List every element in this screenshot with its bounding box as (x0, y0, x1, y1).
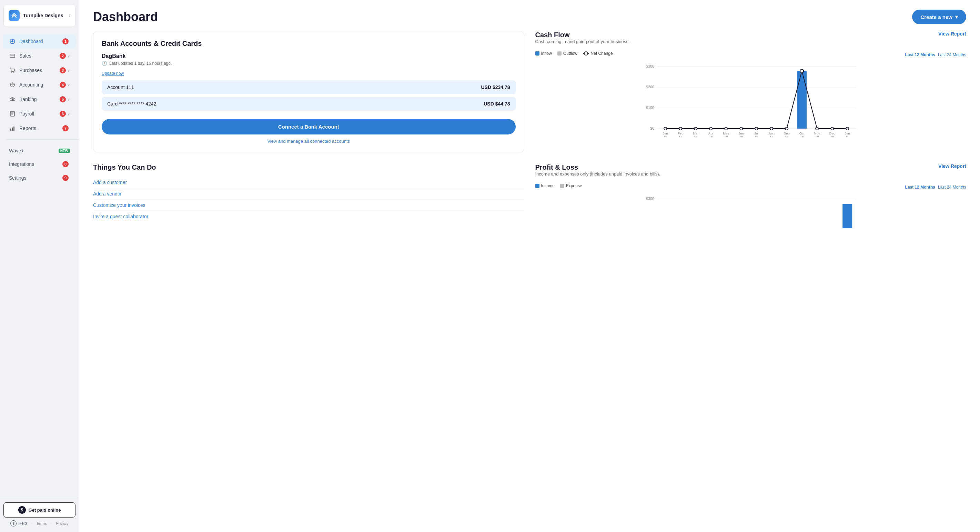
sidebar-item-sales[interactable]: Sales 2 ∨ (3, 49, 76, 63)
svg-rect-16 (13, 99, 14, 101)
connect-bank-button[interactable]: Connect a Bank Account (102, 119, 516, 134)
cash-flow-24m-toggle[interactable]: Last 24 Months (938, 53, 966, 57)
svg-point-48 (694, 127, 697, 130)
cash-flow-time-toggles: Last 12 Months Last 24 Months (905, 53, 966, 57)
account-1-amount: USD $44.78 (484, 101, 510, 107)
purchases-badge: 3 (60, 67, 66, 73)
sidebar-item-banking[interactable]: Banking 5 ∨ (3, 92, 76, 106)
settings-label: Settings (9, 175, 62, 181)
invite-collaborator-link[interactable]: Invite a guest collaborator (93, 211, 524, 222)
pl-12m-toggle[interactable]: Last 12 Months (905, 185, 935, 190)
svg-text:18: 18 (769, 135, 773, 137)
sidebar-item-accounting[interactable]: Accounting 4 ∨ (3, 78, 76, 92)
expense-label: Expense (566, 183, 582, 188)
cash-flow-header: Cash Flow Cash coming in and going out o… (535, 31, 967, 48)
add-vendor-link[interactable]: Add a vendor (93, 188, 524, 200)
sidebar-item-purchases[interactable]: Purchases 3 ∨ (3, 64, 76, 77)
sidebar-item-reports[interactable]: Reports 7 (3, 121, 76, 135)
company-selector[interactable]: Turnpike Designs › (3, 4, 75, 27)
legend-income: Income (535, 183, 555, 188)
svg-point-52 (755, 127, 758, 130)
reports-icon (9, 125, 16, 132)
svg-text:18: 18 (815, 135, 819, 137)
profit-loss-chart-svg: $300 (535, 194, 967, 228)
svg-rect-24 (13, 127, 14, 131)
svg-point-49 (710, 127, 712, 130)
sidebar-item-payroll[interactable]: Payroll 6 ∨ (3, 107, 76, 121)
help-label: Help (18, 521, 27, 526)
sales-label: Sales (19, 53, 60, 59)
account-0-amount: USD $234.78 (481, 84, 510, 90)
profit-loss-time-toggles: Last 12 Months Last 24 Months (905, 185, 966, 190)
account-row-1: Card **** **** **** 4242 USD $44.78 (102, 97, 516, 111)
svg-rect-42 (797, 71, 807, 129)
svg-rect-15 (12, 99, 13, 101)
profit-loss-chart-area: $300 (535, 194, 967, 229)
create-btn-chevron-icon: ▾ (955, 14, 958, 20)
profit-loss-view-report-link[interactable]: View Report (938, 163, 966, 169)
purchases-label: Purchases (19, 68, 60, 73)
profit-loss-section: Profit & Loss Income and expenses only (… (535, 163, 967, 229)
accounting-chevron-icon: ∨ (67, 83, 70, 87)
get-paid-button[interactable]: $ Get paid online (3, 502, 75, 518)
sales-icon (9, 53, 16, 59)
create-new-button[interactable]: Create a new ▾ (912, 10, 966, 24)
svg-rect-14 (11, 99, 11, 101)
svg-text:18: 18 (830, 135, 834, 137)
company-chevron-icon: › (69, 13, 70, 18)
view-accounts-link[interactable]: View and manage all connected accounts (102, 139, 516, 144)
help-button[interactable]: ? Help (10, 520, 27, 527)
profit-loss-title: Profit & Loss (535, 163, 660, 171)
cash-flow-title-group: Cash Flow Cash coming in and going out o… (535, 31, 630, 48)
privacy-link[interactable]: Privacy (56, 521, 68, 526)
sidebar-item-integrations[interactable]: Integrations 8 (3, 158, 76, 170)
cash-flow-view-report-link[interactable]: View Report (938, 31, 966, 37)
main-content: Bank Accounts & Credit Cards DagBank 🕐 L… (79, 31, 980, 532)
payroll-chevron-icon: ∨ (67, 112, 70, 116)
inflow-legend-dot (535, 51, 539, 56)
sidebar-item-settings[interactable]: Settings 9 (3, 171, 76, 185)
svg-text:18: 18 (724, 135, 728, 137)
legend-expense: Expense (560, 183, 582, 188)
banking-chevron-icon: ∨ (67, 97, 70, 102)
cash-flow-desc: Cash coming in and going out of your bus… (535, 39, 630, 44)
svg-rect-23 (12, 127, 13, 131)
cash-flow-chart-area: $300 $200 $100 $0 (535, 61, 967, 139)
sidebar-item-dashboard[interactable]: Dashboard 1 (3, 35, 76, 48)
accounting-badge: 4 (60, 82, 66, 88)
dashboard-label: Dashboard (19, 38, 62, 44)
banking-label: Banking (19, 97, 60, 102)
net-change-label: Net Change (591, 51, 613, 56)
wave-plus-label: Wave+ (9, 148, 57, 153)
cash-flow-legend: Inflow Outflow Net Change (535, 51, 613, 56)
page-title: Dashboard (93, 10, 158, 24)
profit-loss-legend: Income Expense (535, 183, 582, 188)
legend-outflow: Outflow (557, 51, 578, 56)
outflow-label: Outflow (563, 51, 578, 56)
customize-invoices-link[interactable]: Customize your invoices (93, 200, 524, 211)
add-customer-link[interactable]: Add a customer (93, 177, 524, 188)
payroll-badge: 6 (60, 111, 66, 117)
svg-point-53 (770, 127, 773, 130)
payroll-icon (9, 110, 16, 117)
cash-flow-12m-toggle[interactable]: Last 12 Months (905, 53, 935, 57)
integrations-label: Integrations (9, 161, 62, 167)
sidebar-item-wave-plus[interactable]: Wave+ NEW (3, 145, 76, 157)
update-now-link[interactable]: Update now (102, 71, 124, 76)
outflow-legend-dot (557, 51, 562, 56)
pl-24m-toggle[interactable]: Last 24 Months (938, 185, 966, 190)
sidebar: Turnpike Designs › Dashboard 1 (0, 0, 79, 532)
things-todo-title: Things You Can Do (93, 163, 524, 171)
company-logo-icon (9, 10, 20, 21)
bank-update-row: 🕐 Last updated 1 day, 15 hours ago. (102, 61, 516, 66)
terms-link[interactable]: Terms (36, 521, 46, 526)
footer-separator2: · (51, 521, 52, 526)
profit-loss-header: Profit & Loss Income and expenses only (… (535, 163, 967, 181)
legend-net-change: Net Change (583, 51, 613, 56)
svg-rect-6 (10, 54, 15, 57)
main-area: Dashboard Create a new ▾ Bank Accounts &… (79, 0, 980, 532)
help-icon: ? (10, 520, 16, 527)
income-label: Income (541, 183, 555, 188)
income-legend-dot (535, 184, 539, 188)
payroll-label: Payroll (19, 111, 60, 116)
